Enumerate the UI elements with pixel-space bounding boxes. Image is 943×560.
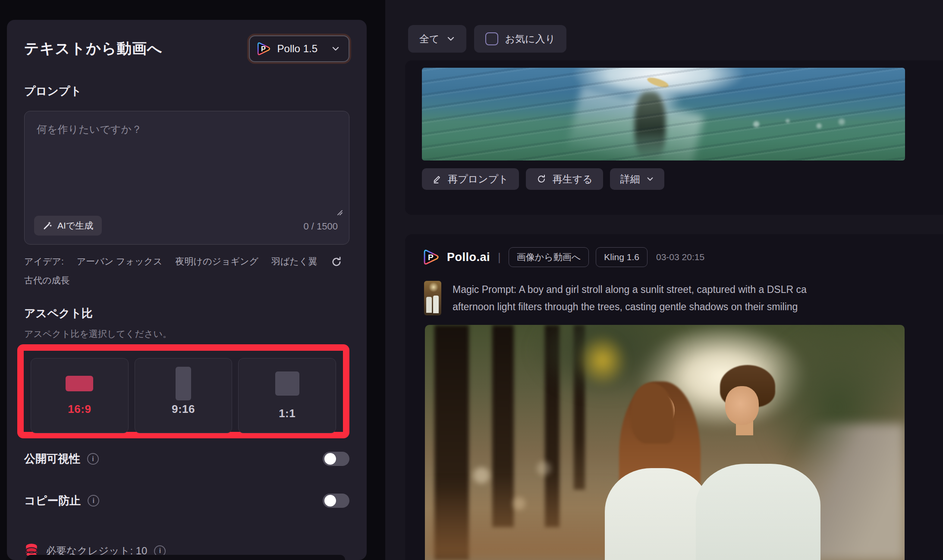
separator: | (498, 251, 501, 264)
generation-card-header: P Pollo.ai | 画像から動画へ Kling 1.6 03-03 20:… (422, 244, 943, 271)
chevron-down-icon (646, 175, 654, 183)
toggle-knob (324, 495, 336, 507)
portrait-rect-icon (176, 367, 191, 400)
video-thumbnail-surfing[interactable] (422, 68, 905, 160)
prompt-input[interactable] (25, 111, 349, 206)
chevron-down-icon (446, 35, 455, 43)
favorites-checkbox[interactable] (485, 32, 498, 45)
pollo-logo-icon: P (256, 41, 271, 57)
ideas-label: アイデア: (24, 256, 64, 267)
magic-wand-icon (43, 221, 52, 230)
brand-name: Pollo.ai (447, 251, 490, 264)
text-to-video-panel: テキストから動画へ P Pollo 1.5 (7, 20, 367, 560)
ideas-list: アイデア: アーバン フォックス 夜明けのジョギング 羽ばたく翼 古代の成長 (24, 256, 317, 286)
ai-generate-button[interactable]: AIで生成 (34, 216, 102, 236)
source-image-thumbnail[interactable] (424, 281, 441, 315)
favorites-filter[interactable]: お気に入り (474, 25, 567, 53)
prompt-label: プロンプト (24, 84, 349, 99)
app-root: テキストから動画へ P Pollo 1.5 (0, 0, 943, 560)
square-rect-icon (275, 371, 299, 396)
resize-handle-icon[interactable] (335, 208, 343, 216)
annotation-highlight-box: 16:9 9:16 1:1 (17, 344, 349, 438)
magic-prompt-text: Magic Prompt: A boy and girl stroll alon… (453, 281, 943, 315)
model-badge[interactable]: Kling 1.6 (596, 247, 648, 267)
aspect-option-9-16[interactable]: 9:16 (135, 358, 233, 433)
aspect-option-label: 9:16 (172, 403, 195, 416)
aspect-option-1-1[interactable]: 1:1 (238, 358, 336, 433)
aspect-option-16-9[interactable]: 16:9 (31, 358, 129, 433)
aspect-ratio-options: 16:9 9:16 1:1 (31, 358, 336, 433)
generation-card-couple: P Pollo.ai | 画像から動画へ Kling 1.6 03-03 20:… (405, 234, 943, 560)
timestamp: 03-03 20:15 (656, 252, 704, 262)
filter-all-label: 全て (419, 32, 440, 46)
model-selector-dropdown[interactable]: P Pollo 1.5 (249, 35, 349, 62)
prompt-row: Magic Prompt: A boy and girl stroll alon… (422, 281, 943, 315)
details-dropdown-button[interactable]: 詳細 (610, 168, 664, 190)
panel-header: テキストから動画へ P Pollo 1.5 (24, 35, 349, 62)
generated-image-couple[interactable] (425, 325, 905, 560)
generate-button-partial[interactable] (26, 555, 345, 560)
public-visibility-toggle[interactable] (323, 452, 349, 466)
reprompt-button[interactable]: 再プロンプト (422, 168, 519, 190)
copy-protection-row: コピー防止 i (24, 493, 349, 508)
regenerate-button[interactable]: 再生する (526, 168, 603, 190)
generation-type-badge[interactable]: 画像から動画へ (509, 247, 589, 267)
prompt-textarea-container: AIで生成 0 / 1500 (24, 111, 349, 245)
info-icon[interactable]: i (88, 495, 99, 507)
chevron-down-icon (331, 44, 340, 53)
favorites-label: お気に入り (505, 32, 556, 46)
filter-all-dropdown[interactable]: 全て (408, 25, 466, 53)
card-action-buttons: 再プロンプト 再生する 詳細 (422, 168, 943, 190)
ai-generate-label: AIで生成 (57, 220, 93, 232)
ideas-section: アイデア: アーバン フォックス 夜明けのジョギング 羽ばたく翼 古代の成長 (24, 256, 335, 286)
idea-suggestion[interactable]: 古代の成長 (24, 275, 70, 286)
aspect-option-label: 16:9 (68, 403, 91, 416)
pollo-logo-icon: P (422, 248, 440, 266)
landscape-rect-icon (66, 376, 93, 391)
copy-protection-toggle[interactable] (323, 494, 349, 508)
generations-feed-panel: 全て お気に入り (385, 0, 943, 560)
copy-protection-label: コピー防止 (24, 493, 81, 508)
model-selector-label: Pollo 1.5 (277, 43, 317, 55)
aspect-option-label: 1:1 (279, 407, 295, 420)
generation-card-surf: 再プロンプト 再生する 詳細 (405, 60, 943, 215)
refresh-ideas-button[interactable] (330, 256, 343, 268)
svg-text:P: P (261, 45, 266, 53)
idea-suggestion[interactable]: アーバン フォックス (77, 256, 163, 267)
svg-text:P: P (428, 253, 434, 262)
public-visibility-row: 公開可視性 i (24, 451, 349, 466)
edit-pencil-icon (432, 174, 442, 184)
refresh-icon (536, 174, 547, 184)
aspect-ratio-title: アスペクト比 (24, 306, 349, 321)
page-title: テキストから動画へ (24, 39, 163, 59)
idea-suggestion[interactable]: 夜明けのジョギング (176, 256, 258, 267)
toggle-knob (324, 453, 336, 465)
idea-suggestion[interactable]: 羽ばたく翼 (271, 256, 317, 267)
info-icon[interactable]: i (87, 453, 99, 465)
aspect-ratio-subtitle: アスペクト比を選択してください。 (24, 328, 349, 340)
char-counter: 0 / 1500 (303, 221, 338, 232)
public-visibility-label: 公開可視性 (24, 451, 80, 466)
feed-filter-row: 全て お気に入り (408, 25, 566, 53)
